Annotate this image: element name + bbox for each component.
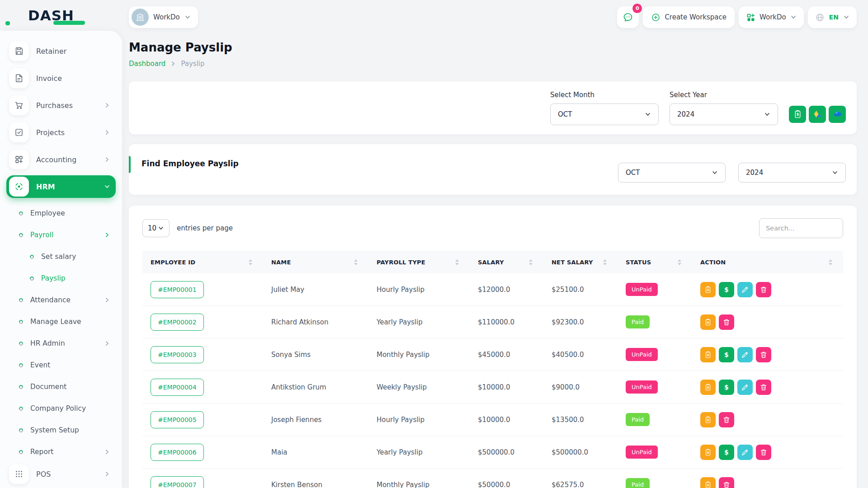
pay-button[interactable]: $ (719, 380, 734, 395)
sidebar-item-system-setup[interactable]: System Setup (6, 419, 116, 441)
find-year-select[interactable]: 2024 (738, 163, 846, 183)
payslip-button[interactable]: $ (700, 282, 716, 297)
payslip-button[interactable]: $ (700, 347, 716, 362)
trash-icon (760, 448, 768, 456)
delete-button[interactable] (719, 314, 734, 330)
column-header-salary[interactable]: SALARY (470, 259, 543, 266)
sidebar-item-payroll[interactable]: Payroll (6, 224, 116, 246)
status-badge: UnPaid (626, 283, 658, 296)
chevron-icon (104, 340, 110, 347)
chevron-down-icon (712, 169, 718, 176)
employee-id-button[interactable]: #EMP00005 (151, 411, 204, 428)
messages-button[interactable]: 0 (617, 6, 639, 28)
table-row: #EMP00001 Juliet May Hourly Payslip $120… (142, 273, 843, 306)
edit-button[interactable] (737, 380, 753, 395)
google-drive-export-button[interactable] (809, 106, 826, 123)
status-badge: Paid (626, 413, 650, 426)
create-workspace-button[interactable]: Create Workspace (643, 6, 735, 28)
sidebar-item-manage-leave[interactable]: Manage Leave (6, 311, 116, 333)
language-selector[interactable]: EN (808, 6, 857, 28)
payslip-button[interactable]: $ (700, 477, 716, 488)
employee-id-button[interactable]: #EMP00004 (151, 379, 204, 396)
delete-button[interactable] (719, 412, 734, 427)
column-header-status[interactable]: STATUS (618, 259, 692, 266)
delete-button[interactable] (756, 380, 771, 395)
pay-button[interactable]: $ (719, 347, 734, 362)
edit-button[interactable] (737, 445, 753, 460)
salary-value: $12000.0 (470, 286, 543, 294)
payslip-button[interactable]: $ (700, 380, 716, 395)
sidebar-item-retainer[interactable]: Retainer (6, 40, 116, 62)
chevron-icon (104, 471, 110, 477)
sidebar-item-projects[interactable]: Projects (6, 121, 116, 144)
dollar-icon: $ (722, 448, 731, 456)
sidebar-item-event[interactable]: Event (6, 354, 116, 376)
sidebar-item-label: Purchases (36, 101, 104, 110)
payslip-button[interactable]: $ (700, 445, 716, 460)
column-header-net-salary[interactable]: NET SALARY (543, 259, 618, 266)
sidebar-item-report[interactable]: Report (6, 441, 116, 463)
dollar-icon: $ (722, 286, 731, 294)
employee-id-button[interactable]: #EMP00002 (151, 314, 204, 331)
delete-button[interactable] (756, 445, 771, 460)
sidebar-item-accounting[interactable]: Accounting (6, 148, 116, 171)
sidebar-item-document[interactable]: Document (6, 376, 116, 398)
column-header-action[interactable]: ACTION (692, 259, 843, 266)
employee-id-button[interactable]: #EMP00006 (151, 444, 204, 461)
app-logo[interactable]: DASH (0, 0, 122, 31)
workspace-switcher[interactable]: WorkDo (129, 6, 198, 28)
employee-id-button[interactable]: #EMP00001 (151, 281, 204, 298)
delete-button[interactable] (756, 282, 771, 297)
net-salary-value: $92300.0 (543, 318, 618, 326)
payslip-button[interactable]: $ (700, 314, 716, 330)
chevron-down-icon (832, 169, 838, 176)
edit-button[interactable] (737, 282, 753, 297)
pencil-icon (741, 383, 749, 391)
dollar-icon: $ (722, 351, 731, 359)
pencil-icon (741, 286, 749, 294)
month-select[interactable]: OCT (550, 103, 659, 125)
employee-name: Joseph Fiennes (263, 416, 368, 424)
sidebar-item-set-salary[interactable]: Set salary (6, 246, 116, 267)
bullet-icon (18, 319, 24, 325)
bullet-icon (29, 276, 35, 282)
entries-per-page-select[interactable]: 10 (142, 219, 170, 237)
pay-button[interactable]: $ (719, 445, 734, 460)
breadcrumb-dashboard-link[interactable]: Dashboard (129, 60, 165, 68)
sidebar-item-purchases[interactable]: Purchases (6, 94, 116, 117)
pay-button[interactable]: $ (719, 282, 734, 297)
svg-text:$: $ (707, 320, 709, 324)
delete-button[interactable] (756, 347, 771, 362)
svg-text:$: $ (707, 450, 709, 455)
onedrive-export-button[interactable] (829, 106, 846, 123)
retainer-icon (9, 41, 29, 61)
bulk-payslip-button[interactable]: $ (789, 106, 806, 123)
column-header-payroll-type[interactable]: PAYROLL TYPE (368, 259, 470, 266)
sidebar-item-hrm[interactable]: HRM (6, 175, 116, 198)
employee-id-button[interactable]: #EMP00003 (151, 346, 204, 363)
year-select[interactable]: 2024 (670, 103, 778, 125)
pencil-icon (741, 448, 749, 456)
sidebar-item-pos[interactable]: POS (6, 463, 116, 485)
sidebar-item-payslip[interactable]: Payslip (6, 267, 116, 289)
column-header-employee-id[interactable]: EMPLOYEE ID (142, 259, 263, 266)
employee-id-button[interactable]: #EMP00007 (151, 476, 204, 488)
delete-button[interactable] (719, 477, 734, 488)
edit-button[interactable] (737, 347, 753, 362)
chevron-down-icon (184, 14, 191, 20)
payslip-button[interactable]: $ (700, 412, 716, 427)
bullet-icon (29, 254, 35, 260)
workdo-menu-button[interactable]: WorkDo (739, 6, 804, 28)
sidebar-item-company-policy[interactable]: Company Policy (6, 398, 116, 419)
net-salary-value: $62575.0 (543, 481, 618, 488)
clip-dollar-icon: $ (704, 318, 712, 326)
search-input[interactable] (759, 218, 843, 238)
building-icon (135, 12, 145, 22)
column-header-name[interactable]: NAME (263, 259, 368, 266)
sidebar-item-employee[interactable]: Employee (6, 202, 116, 224)
sidebar-item-attendance[interactable]: Attendance (6, 289, 116, 311)
find-month-select[interactable]: OCT (618, 163, 726, 183)
row-actions: $$ (692, 445, 843, 460)
sidebar-item-hr-admin[interactable]: HR Admin (6, 333, 116, 354)
sidebar-item-invoice[interactable]: Invoice (6, 67, 116, 89)
